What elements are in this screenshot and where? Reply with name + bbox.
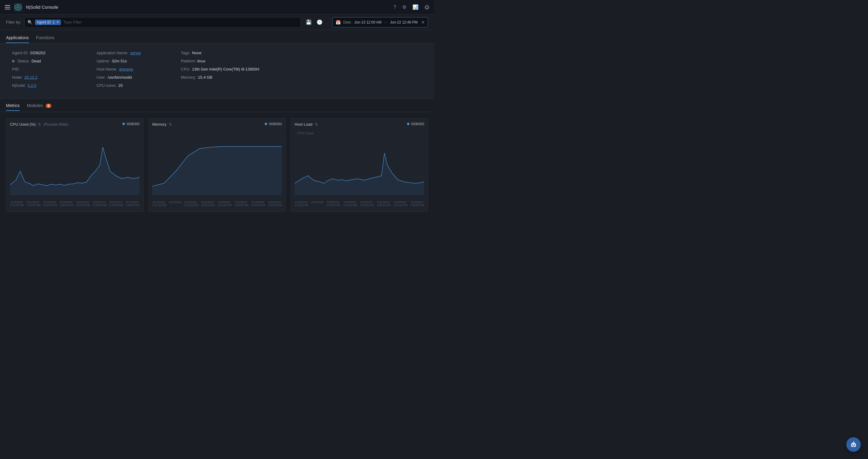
hostname-value[interactable]: ataraxia [119, 67, 133, 71]
platform-row: Platform linux [181, 59, 277, 63]
chart-cpu-subtitle: (Process-Wide) [43, 122, 68, 127]
agent-info-grid: Agent ID: 0336202 Status: Dead PID: Node… [12, 51, 422, 91]
legend-dot [122, 123, 125, 125]
filter-label: Filter by: [6, 20, 21, 24]
date-close[interactable]: ✕ [421, 20, 425, 25]
history-icon[interactable]: 🕐 [315, 18, 324, 26]
chart-memory-legend: 0336202 [265, 122, 282, 126]
save-filter-icon[interactable]: 💾 [305, 18, 313, 26]
tags-label: Tags: [181, 51, 190, 55]
chart-cpu-legend: 0336202 [122, 122, 140, 126]
filter-placeholder: Type Filter [63, 20, 82, 24]
date-label: Date: [343, 20, 352, 24]
status-value: Dead [31, 59, 41, 63]
nav-tabs: Applications Functions [0, 30, 434, 43]
chart-hostload-area: CPU Cores [294, 129, 424, 198]
logo-icon [14, 3, 22, 11]
user-value: /usr/bin/nsolid [107, 75, 132, 79]
x-label-2: 6/13/2024,2:23:00 PM [43, 201, 57, 207]
chart-hostload-x-labels: 6/13/2024,2:15:30 PM 6/13/2024 6/13/2024… [294, 199, 424, 208]
x-label-m2: 6/13/2024,2:23:00 PM [184, 201, 198, 207]
chart-cpu-sort-icon[interactable]: ⇅ [38, 122, 41, 127]
agent-col-3: Tags: None Platform linux CPU: 13th Gen … [181, 51, 277, 91]
agent-col-1: Agent ID: 0336202 Status: Dead PID: Node… [12, 51, 96, 91]
date-filter[interactable]: 📅 Date: Jun-13 12:00 AM — Jun-22 12:46 P… [332, 17, 428, 27]
hostname-label: Host Name: [96, 67, 117, 71]
x-label-6: 6/13/2024,2:43:00 PM [109, 201, 123, 207]
memory-value: 15.4 GB [198, 75, 213, 79]
uptime-label: Uptime: [96, 59, 110, 63]
cpu-cores-chart-label: CPU Cores [297, 131, 314, 135]
svg-marker-8 [10, 147, 140, 195]
header-icons: ? ⚙ 📊 ⏻ [394, 4, 429, 10]
charts-section: CPU Used (%) ⇅ (Process-Wide) 0336202 [0, 112, 434, 218]
uptime-value: 32m 51s [112, 59, 127, 63]
node-value[interactable]: 20.12.2 [24, 75, 37, 79]
tab-metrics[interactable]: Metrics [6, 100, 20, 111]
power-icon[interactable]: ⏻ [425, 4, 429, 10]
filter-bar[interactable]: 🔍 Agent ID 1 ✕ Type Filter [25, 17, 301, 27]
analytics-icon[interactable]: 📊 [412, 4, 418, 10]
chart-hostload-sort-icon[interactable]: ⇅ [315, 122, 318, 127]
svg-marker-14 [152, 146, 282, 195]
status-row: Status: Dead [12, 59, 96, 63]
chart-hostload-legend-label: 0336202 [411, 122, 424, 126]
tab-modules[interactable]: Modules 2 [27, 100, 51, 111]
x-label-h7: 6/13/2024,2:48:00 PM [410, 201, 424, 207]
x-label-4: 6/13/2024,2:33:00 PM [76, 201, 90, 207]
chart-memory-legend-label: 0336202 [269, 122, 282, 126]
header-left: N|Solid Console [5, 3, 58, 11]
agent-id-value: 0336202 [30, 51, 45, 55]
hostname-row: Host Name: ataraxia [96, 67, 181, 71]
modules-badge: 2 [46, 104, 51, 108]
app-title: N|Solid Console [26, 4, 58, 10]
chart-hostload-legend: 0336202 [407, 122, 424, 126]
svg-marker-20 [294, 153, 424, 195]
chart-cpu-legend-label: 0336202 [127, 122, 140, 126]
chart-memory-area [152, 129, 282, 198]
chart-cpu-area [10, 129, 140, 198]
chart-cpu: CPU Used (%) ⇅ (Process-Wide) 0336202 [6, 118, 144, 212]
memory-label: Memory: [181, 75, 196, 79]
chart-memory-x-labels: 6/13/2024,2:15:30 PM 6/13/2024 6/13/2024… [152, 199, 282, 208]
tab-applications[interactable]: Applications [6, 32, 29, 43]
x-label-m5: 6/13/2024,2:38:00 PM [235, 201, 248, 207]
toolbar-right: 💾 🕐 [305, 18, 324, 26]
cpu-label: CPU: [181, 67, 190, 71]
filter-tag-close[interactable]: ✕ [56, 20, 59, 24]
x-label-5: 6/13/2024,2:38:00 PM [93, 201, 106, 207]
x-label-m7: 6/13/2024,2:48:00 PM [268, 201, 282, 207]
header: N|Solid Console ? ⚙ 📊 ⏻ [0, 0, 434, 14]
app-name-row: Application Name: server [96, 51, 181, 55]
chart-memory: Memory ⇅ 0336202 6/13/2024,2:15:30 PM 6/… [148, 118, 286, 212]
help-icon[interactable]: ? [394, 4, 396, 10]
chart-cpu-title: CPU Used (%) [10, 122, 36, 127]
filter-tag: Agent ID 1 ✕ [35, 20, 61, 25]
nsolid-value[interactable]: 5.2.0 [27, 83, 36, 88]
filter-tag-count: 1 [53, 20, 55, 24]
app-name-value[interactable]: server [130, 51, 141, 55]
chart-cpu-x-labels: 6/13/2024,2:15:30 PM 6/13/2024,2:18:00 P… [10, 199, 140, 208]
chart-memory-sort-icon[interactable]: ⇅ [169, 122, 172, 127]
x-label-h0: 6/13/2024,2:15:30 PM [294, 201, 308, 207]
chart-memory-title: Memory [152, 122, 166, 127]
settings-icon[interactable]: ⚙ [402, 4, 406, 10]
agent-id-row: Agent ID: 0336202 [12, 51, 96, 55]
date-end: Jun-22 12:46 PM [390, 20, 417, 24]
x-label-h1: 6/13/2024 [311, 201, 323, 207]
menu-button[interactable] [5, 5, 10, 9]
date-separator: — [384, 20, 388, 24]
agent-info: Agent ID: 0336202 Status: Dead PID: Node… [0, 43, 434, 99]
x-label-m6: 6/13/2024,2:43:00 PM [251, 201, 265, 207]
node-label: Node: [12, 75, 23, 79]
x-label-1: 6/13/2024,2:18:00 PM [27, 201, 40, 207]
memory-row: Memory: 15.4 GB [181, 75, 277, 79]
cpu-cores-row: CPU cores: 20 [96, 83, 181, 88]
chart-hostload-title: Host Load [294, 122, 312, 127]
tags-row: Tags: None [181, 51, 277, 55]
status-label: Status: [18, 59, 30, 63]
tab-functions[interactable]: Functions [36, 32, 55, 43]
x-label-h6: 6/13/2024,2:43:00 PM [394, 201, 407, 207]
chart-hostload: Host Load ⇅ 0336202 CPU Cores 6/13/2024,… [291, 118, 428, 212]
x-label-m3: 6/13/2024,2:28:00 PM [201, 201, 215, 207]
